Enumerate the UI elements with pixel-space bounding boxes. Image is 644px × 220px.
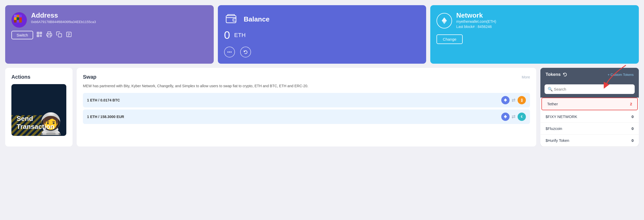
svg-point-21: [231, 52, 232, 53]
eth-icon-2: [501, 113, 510, 121]
send-transaction-label: SendTransaction: [17, 115, 54, 131]
swap-rate-eth-eur: 1 ETH / 158.3000 EUR: [87, 115, 124, 119]
network-title: Network: [456, 11, 496, 19]
network-name: myetherwallet.com(ETH): [456, 19, 496, 24]
swap-row-eth-btc[interactable]: 1 ETH / 0.0174 BTC ⇄ ₿: [83, 93, 530, 107]
btc-icon: ₿: [518, 96, 526, 104]
tokens-panel: Tokens + Custom Tokens 🔍 Tether 2 $FIXY …: [540, 68, 639, 146]
network-last-block: Last block# : 8456246: [456, 25, 496, 29]
address-title: Address: [31, 11, 96, 19]
search-icon: 🔍: [548, 87, 553, 92]
eth-network-icon: [437, 13, 452, 28]
tokens-title: Tokens: [546, 72, 567, 77]
svg-rect-6: [40, 35, 41, 36]
wallet-icon: [224, 11, 240, 27]
address-card: Address 0xb6A79178B844f88406f9a34EEb1155…: [5, 5, 214, 64]
svg-rect-7: [41, 35, 42, 36]
refresh-button[interactable]: [240, 47, 251, 57]
svg-rect-12: [67, 32, 71, 37]
token-name-hurify: $Hurify Token: [546, 138, 569, 143]
avatar: [11, 12, 27, 28]
token-name-tether: Tether: [547, 102, 558, 106]
token-amount-fluz: 0: [632, 126, 634, 131]
swap-arrows-icon-2: ⇄: [512, 114, 516, 120]
svg-point-19: [227, 52, 228, 53]
swap-title: Swap: [83, 74, 96, 80]
print-button[interactable]: [46, 31, 53, 40]
token-row-fluz[interactable]: $Fluzcoin 0: [540, 123, 639, 135]
token-name-fixy: $FIXY NETWORK: [546, 114, 577, 119]
token-name-fluz: $Fluzcoin: [546, 126, 562, 131]
text-button[interactable]: [65, 31, 73, 40]
tokens-list: Tether 2 $FIXY NETWORK 0 $Fluzcoin 0 $Hu…: [540, 98, 639, 146]
custom-tokens-link[interactable]: + Custom Tokens: [607, 73, 634, 77]
svg-point-20: [229, 52, 230, 53]
token-amount-hurify: 0: [632, 138, 634, 143]
actions-title: Actions: [11, 74, 66, 80]
balance-title: Balance: [244, 15, 270, 23]
swap-description: MEW has partnered with Bity, Kyber Netwo…: [83, 83, 530, 89]
svg-rect-10: [48, 35, 51, 37]
swap-arrows-icon: ⇄: [512, 97, 516, 103]
copy-button[interactable]: [55, 31, 63, 40]
eur-icon: €: [518, 113, 526, 121]
token-row-fixy[interactable]: $FIXY NETWORK 0: [540, 111, 639, 123]
swap-rate-eth-btc: 1 ETH / 0.0174 BTC: [87, 98, 120, 102]
send-transaction-card[interactable]: SendTransaction 🧑‍🚀: [11, 84, 66, 136]
token-row-hurify[interactable]: $Hurify Token 0: [540, 135, 639, 146]
more-options-button[interactable]: [224, 47, 235, 57]
balance-card: Balance 0 ETH: [218, 5, 426, 64]
switch-button[interactable]: Switch: [11, 31, 33, 39]
token-row-tether[interactable]: Tether 2: [541, 98, 638, 110]
eth-icon: [501, 96, 510, 104]
balance-amount: 0: [224, 29, 230, 41]
address-value: 0xb6A79178B844f88406f9a34EEb1155ca3: [31, 19, 96, 25]
change-network-button[interactable]: Change: [437, 34, 463, 44]
tokens-search-input[interactable]: [545, 84, 635, 94]
svg-rect-11: [58, 34, 62, 37]
network-card: Network myetherwallet.com(ETH) Last bloc…: [430, 5, 639, 64]
svg-point-18: [233, 20, 234, 20]
svg-rect-16: [226, 16, 236, 23]
svg-rect-8: [40, 36, 41, 37]
svg-rect-5: [38, 35, 38, 36]
balance-currency: ETH: [234, 32, 246, 39]
qr-code-button[interactable]: [36, 31, 43, 40]
swap-row-eth-eur[interactable]: 1 ETH / 158.3000 EUR ⇄ €: [83, 109, 530, 124]
svg-rect-3: [38, 33, 38, 33]
token-amount-fixy: 0: [632, 114, 634, 119]
actions-panel: Actions SendTransaction 🧑‍🚀: [5, 68, 73, 146]
swap-panel: Swap More MEW has partnered with Bity, K…: [77, 68, 536, 146]
token-amount-tether: 2: [630, 102, 632, 106]
svg-rect-9: [41, 36, 42, 37]
more-link[interactable]: More: [522, 75, 530, 79]
svg-rect-4: [40, 33, 41, 33]
svg-rect-17: [233, 19, 236, 21]
